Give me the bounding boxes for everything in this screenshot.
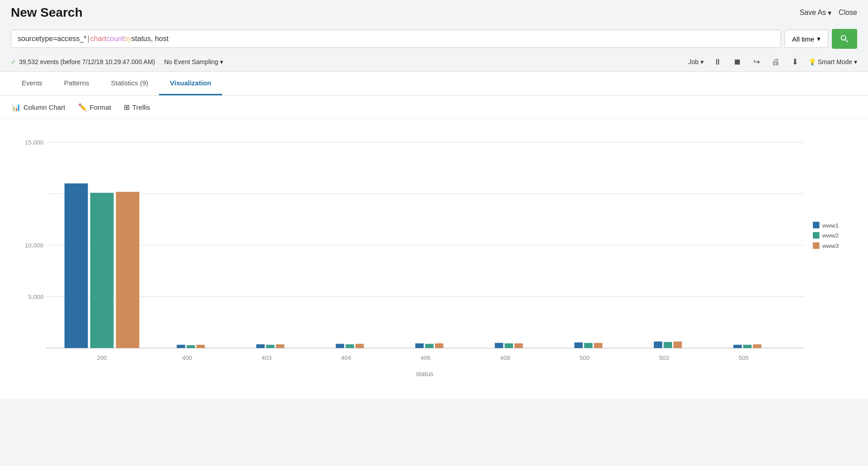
tab-statistics[interactable]: Statistics (9) — [100, 72, 159, 95]
svg-text:www1: www1 — [822, 222, 839, 229]
pause-button[interactable]: ⏸ — [712, 56, 723, 68]
svg-rect-23 — [813, 242, 820, 249]
svg-rect-19 — [813, 222, 820, 228]
stop-button[interactable]: ⏹ — [732, 56, 743, 68]
search-icon — [840, 34, 849, 44]
save-as-button[interactable]: Save As ▾ — [799, 9, 831, 17]
bar-chart-icon: 📊 — [12, 103, 21, 112]
pencil-icon: ✏️ — [78, 103, 87, 112]
svg-text:5,000: 5,000 — [28, 294, 44, 300]
svg-text:200: 200 — [97, 354, 107, 361]
bar — [584, 343, 593, 348]
query-count-kw: count — [106, 35, 124, 43]
svg-text:status: status — [416, 370, 434, 377]
chevron-down-icon: ▾ — [828, 9, 831, 17]
svg-text:500: 500 — [579, 354, 589, 361]
svg-text:408: 408 — [500, 354, 510, 361]
svg-text:403: 403 — [261, 354, 271, 361]
header-actions: Save As ▾ Close — [799, 9, 857, 17]
bar — [594, 343, 602, 348]
bar — [664, 342, 672, 348]
bar — [574, 342, 583, 348]
job-button[interactable]: Job ▾ — [688, 58, 704, 65]
svg-text:404: 404 — [341, 354, 351, 361]
bar — [196, 345, 205, 348]
checkmark-icon: ✓ — [11, 58, 16, 65]
chart-container: 15,000 10,000 5,000 — [11, 128, 857, 390]
bar — [425, 344, 434, 348]
bar — [177, 345, 185, 348]
close-button[interactable]: Close — [839, 9, 857, 17]
bar — [495, 343, 504, 348]
search-button[interactable] — [832, 29, 857, 49]
event-sampling-button[interactable]: No Event Sampling ▾ — [164, 58, 223, 65]
tab-visualization[interactable]: Visualization — [159, 72, 222, 95]
chevron-down-icon: ▾ — [854, 58, 857, 65]
bar — [654, 341, 663, 348]
status-bar-right: Job ▾ ⏸ ⏹ ↪ 🖨 ⬇ 💡 Smart Mode ▾ — [688, 56, 857, 68]
query-sourcetype: sourcetype=access_* — [18, 35, 87, 43]
bar — [256, 345, 265, 348]
smart-mode-button[interactable]: 💡 Smart Mode ▾ — [808, 58, 857, 65]
bar — [673, 341, 682, 348]
download-button[interactable]: ⬇ — [790, 56, 800, 68]
query-chart-kw: chart — [90, 35, 107, 43]
bar — [435, 343, 443, 348]
column-chart-button[interactable]: 📊 Column Chart — [11, 101, 66, 113]
tab-events[interactable]: Events — [11, 72, 53, 95]
query-pipe: | — [88, 35, 89, 43]
svg-text:10,000: 10,000 — [25, 242, 43, 249]
chart-area: 15,000 10,000 5,000 — [0, 119, 868, 399]
app-header: New Search Save As ▾ Close — [0, 0, 868, 25]
page-title: New Search — [11, 5, 83, 20]
bar — [345, 345, 354, 348]
viz-toolbar: 📊 Column Chart ✏️ Format ⊞ Trellis — [0, 96, 868, 119]
svg-text:400: 400 — [182, 354, 192, 361]
print-button[interactable]: 🖨 — [770, 56, 782, 68]
bar — [336, 344, 345, 348]
events-count-text: 39,532 events (before 7/12/18 10:29:47.0… — [19, 58, 155, 65]
search-bar-area: sourcetype=access_* | chart count by sta… — [0, 25, 868, 52]
chevron-down-icon: ▾ — [220, 58, 223, 65]
format-button[interactable]: ✏️ Format — [77, 101, 112, 113]
trellis-button[interactable]: ⊞ Trellis — [123, 101, 151, 113]
svg-text:15,000: 15,000 — [25, 139, 43, 146]
bar — [504, 343, 513, 348]
bar — [90, 193, 114, 348]
tab-patterns[interactable]: Patterns — [53, 72, 100, 95]
svg-text:www3: www3 — [822, 242, 839, 249]
bar — [266, 345, 275, 348]
time-picker-button[interactable]: All time ▾ — [784, 30, 828, 48]
bar — [187, 345, 195, 348]
svg-text:406: 406 — [420, 354, 430, 361]
bar — [733, 345, 742, 348]
svg-text:www2: www2 — [822, 232, 839, 239]
svg-rect-21 — [813, 232, 820, 239]
trellis-icon: ⊞ — [124, 103, 130, 112]
bar — [415, 343, 424, 348]
bar — [753, 345, 761, 348]
column-chart-svg: 15,000 10,000 5,000 — [11, 128, 857, 390]
status-bar: ✓ 39,532 events (before 7/12/18 10:29:47… — [0, 52, 868, 72]
chevron-down-icon: ▾ — [700, 58, 704, 65]
search-input[interactable]: sourcetype=access_* | chart count by sta… — [11, 30, 781, 48]
svg-text:503: 503 — [659, 354, 669, 361]
lightbulb-icon: 💡 — [808, 58, 816, 65]
query-fields: status, host — [131, 35, 168, 43]
bar — [355, 344, 364, 348]
bar — [514, 343, 523, 348]
query-by-kw: by — [124, 35, 131, 43]
share-button[interactable]: ↪ — [751, 56, 762, 68]
bar — [276, 345, 285, 348]
events-count: ✓ 39,532 events (before 7/12/18 10:29:47… — [11, 58, 155, 65]
bar — [116, 192, 140, 348]
chevron-down-icon: ▾ — [817, 35, 821, 43]
svg-text:505: 505 — [738, 354, 748, 361]
bar — [743, 345, 752, 348]
tab-bar: Events Patterns Statistics (9) Visualiza… — [0, 72, 868, 96]
bar — [65, 183, 88, 348]
